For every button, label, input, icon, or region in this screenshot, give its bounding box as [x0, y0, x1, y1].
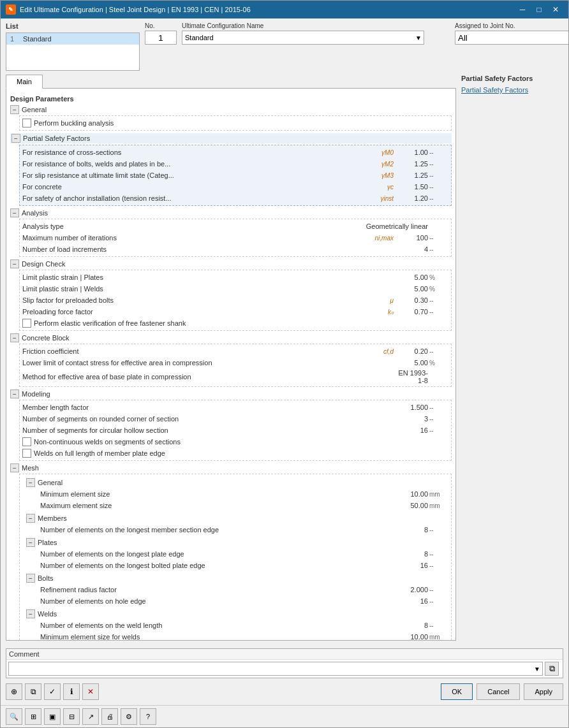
bottom-bar: Comment ▼ ⧉ ⊕ [1, 646, 568, 705]
help-button[interactable]: ? [140, 708, 156, 725]
list-item-number: 1 [10, 35, 20, 43]
check-button[interactable]: ✓ [44, 683, 61, 700]
mesh-general-content: Minimum element size 10.00 mm Maximum el… [40, 488, 448, 511]
assigned-input[interactable] [455, 31, 568, 45]
general-collapse[interactable]: − [10, 105, 19, 114]
action-row: ⊕ ⧉ ✓ ℹ ✕ OK Ca [6, 681, 563, 703]
mesh-header[interactable]: − Mesh [10, 463, 452, 472]
buckling-checkbox[interactable] [22, 119, 31, 127]
mesh-collapse[interactable]: − [10, 463, 19, 472]
elastic-verify-checkbox[interactable] [22, 319, 31, 328]
view-button[interactable]: ▣ [44, 708, 61, 725]
assigned-row: ✕ [455, 31, 563, 45]
close-button[interactable]: ✕ [548, 4, 563, 15]
mesh-plt-row-0: Number of elements on the longest plate … [40, 548, 448, 560]
general-header[interactable]: − General [10, 105, 452, 114]
mesh-bolt-row-1: Number of elements on hole edge 16 -- [40, 595, 448, 607]
general-section: − General Perform buckling analysis [10, 105, 452, 131]
modeling-collapse[interactable]: − [10, 389, 19, 398]
left-panel: Main Design Parameters − General [6, 75, 456, 641]
main-content: List 1 Standard No. Ultimate Config [1, 18, 568, 727]
table-button[interactable]: ⊟ [63, 708, 80, 725]
buckling-label: Perform buckling analysis [34, 119, 448, 127]
partial-safety-link[interactable]: Partial Safety Factors [461, 86, 563, 94]
mesh-bolts-header[interactable]: − Bolts [26, 574, 448, 583]
mesh-gen-row-0: Minimum element size 10.00 mm [40, 488, 448, 500]
partial-safety-header[interactable]: − Partial Safety Factors [10, 133, 452, 143]
psf-row-2: For slip resistance at ultimate limit st… [22, 170, 448, 181]
duplicate-button[interactable]: ⧉ [25, 683, 41, 700]
cancel-button[interactable]: Cancel [477, 683, 520, 700]
window-title: Edit Ultimate Configuration | Steel Join… [20, 6, 251, 13]
mesh-general-collapse[interactable]: − [26, 478, 35, 487]
mesh-bolt-row-0: Refinement radius factor 2.000 -- [40, 584, 448, 595]
comment-copy-button[interactable]: ⧉ [545, 662, 559, 676]
analysis-title: Analysis [22, 209, 48, 217]
bottom-toolbar: 🔍 ⊞ ▣ ⊟ ↗ 🖨 ⚙ ? [1, 705, 568, 727]
mesh-welds-collapse[interactable]: − [26, 609, 35, 618]
design-params-label: Design Parameters [10, 95, 74, 103]
ok-button[interactable]: OK [441, 683, 473, 700]
design-check-header[interactable]: − Design Check [10, 259, 452, 268]
cb-row-2: Method for effective area of base plate … [22, 368, 448, 385]
table-icon: ⊟ [69, 713, 75, 721]
psf-row-4: For safety of anchor installation (tensi… [22, 193, 448, 204]
mesh-plates-collapse[interactable]: − [26, 538, 35, 547]
mesh-bolts-title: Bolts [38, 574, 53, 582]
search-button[interactable]: 🔍 [6, 708, 22, 725]
view-icon: ▣ [49, 713, 55, 721]
general-content: Perform buckling analysis [19, 115, 452, 131]
mesh-members-collapse[interactable]: − [26, 514, 35, 523]
no-input[interactable] [145, 31, 177, 45]
welds-full-length-checkbox[interactable] [22, 449, 31, 458]
list-item[interactable]: 1 Standard [6, 33, 139, 45]
psf-row-3: For concrete γc 1.50 -- [22, 181, 448, 193]
maximize-button[interactable]: □ [531, 4, 547, 15]
modeling-header[interactable]: − Modeling [10, 389, 452, 398]
config-tool-button[interactable]: ⚙ [121, 708, 137, 725]
mesh-welds-header[interactable]: − Welds [26, 609, 448, 618]
print-button[interactable]: 🖨 [101, 708, 118, 725]
partial-safety-section: − Partial Safety Factors For resistance … [10, 133, 452, 206]
analysis-header[interactable]: − Analysis [10, 208, 452, 217]
mesh-members-header[interactable]: − Members [26, 514, 448, 523]
mod-row-0: Member length factor 1.500 -- [22, 402, 448, 413]
non-continuous-checkbox[interactable] [22, 437, 31, 446]
export-button[interactable]: ↗ [82, 708, 99, 725]
mod-row-4: Welds on full length of member plate edg… [22, 448, 448, 459]
cb-row-0: Friction coefficient cf,d 0.20 -- [22, 346, 448, 357]
apply-button[interactable]: Apply [524, 683, 563, 700]
mesh-members-title: Members [38, 514, 67, 522]
dc-row-0: Limit plastic strain | Plates 5.00 % [22, 272, 448, 283]
config-name-select[interactable]: Standard [182, 31, 424, 45]
list-label: List [6, 22, 140, 30]
mesh-bolts-content: Refinement radius factor 2.000 -- Number… [40, 584, 448, 607]
delete-icon: ✕ [87, 687, 94, 696]
tab-main[interactable]: Main [6, 75, 43, 89]
partial-safety-title: Partial Safety Factors [23, 135, 90, 142]
mesh-title: Mesh [22, 464, 39, 472]
delete-button[interactable]: ✕ [82, 683, 99, 700]
new-button[interactable]: ⊕ [6, 683, 22, 700]
top-bar: List 1 Standard No. Ultimate Config [1, 18, 568, 75]
analysis-collapse[interactable]: − [10, 208, 19, 217]
mesh-plt-row-1: Number of elements on the longest bolted… [40, 560, 448, 571]
concrete-block-collapse[interactable]: − [10, 333, 19, 342]
mesh-welds-title: Welds [38, 610, 57, 618]
tabs: Main [6, 75, 456, 88]
units-button[interactable]: ⊞ [25, 708, 41, 725]
comment-select[interactable] [8, 662, 543, 676]
partial-safety-collapse[interactable]: − [11, 134, 20, 143]
concrete-block-header[interactable]: − Concrete Block [10, 333, 452, 342]
no-name-row: No. Ultimate Configuration Name Standard… [145, 22, 450, 45]
list-panel: List 1 Standard [6, 22, 140, 71]
list-content: 1 Standard [6, 33, 140, 71]
mesh-plates-header[interactable]: − Plates [26, 538, 448, 547]
design-check-collapse[interactable]: − [10, 259, 19, 268]
mesh-general-header[interactable]: − General [26, 478, 448, 487]
info-button[interactable]: ℹ [63, 683, 80, 700]
help-icon: ? [146, 713, 150, 720]
assigned-panel: Assigned to Joint No. ✕ [455, 22, 563, 45]
mesh-bolts-collapse[interactable]: − [26, 574, 35, 583]
minimize-button[interactable]: ─ [515, 4, 530, 15]
